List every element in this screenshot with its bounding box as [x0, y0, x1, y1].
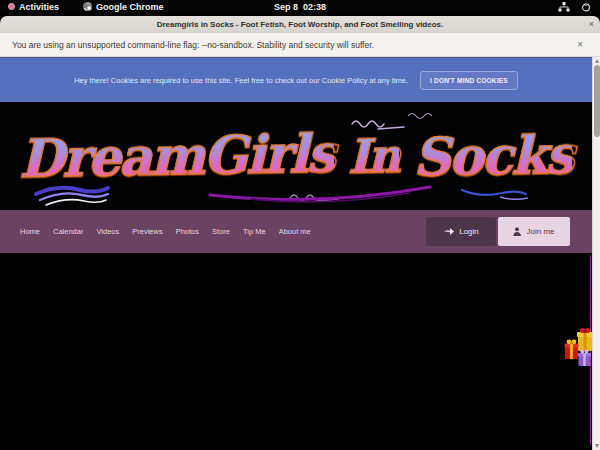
join-button[interactable]: Join me — [498, 217, 570, 246]
cookie-accept-button[interactable]: I DON'T MIND COOKIES — [420, 71, 518, 90]
nav-item-aboutme[interactable]: About me — [279, 227, 311, 236]
screen: Activities Google Chrome Sep 8 02:38 — [0, 0, 600, 450]
app-menu-label: Google Chrome — [96, 2, 164, 12]
site-logo[interactable]: DreamGirls In Socks — [0, 102, 592, 210]
chrome-infobar: You are using an unsupported command-lin… — [0, 33, 600, 57]
logo-word-dreamgirls: DreamGirls — [19, 127, 335, 184]
main-navigation: Home Calendar Videos Previews Photos Sto… — [0, 210, 592, 253]
scrollbar-thumb[interactable] — [594, 65, 600, 137]
nav-item-calendar[interactable]: Calendar — [53, 227, 83, 236]
join-label: Join me — [526, 227, 554, 236]
logo-word-socks: Socks — [413, 129, 573, 184]
nav-item-tipme[interactable]: Tip Me — [243, 227, 266, 236]
gnome-top-bar: Activities Google Chrome Sep 8 02:38 — [0, 0, 600, 13]
person-icon — [513, 227, 521, 236]
power-icon[interactable] — [581, 2, 591, 12]
webpage: Hey there! Cookies are required to use t… — [0, 57, 592, 450]
browser-viewport: Hey there! Cookies are required to use t… — [0, 57, 600, 450]
activities-button[interactable]: Activities — [8, 2, 59, 12]
scrollbar-down-arrow[interactable] — [593, 442, 600, 450]
network-tree-icon[interactable] — [558, 2, 570, 12]
window-close-icon[interactable]: × — [589, 19, 594, 29]
nav-item-videos[interactable]: Videos — [96, 227, 119, 236]
nav-item-home[interactable]: Home — [20, 227, 40, 236]
main-content-area — [0, 253, 592, 450]
activities-label: Activities — [19, 2, 59, 12]
infobar-close-icon[interactable]: × — [577, 39, 588, 50]
app-menu-google-chrome[interactable]: Google Chrome — [83, 2, 164, 12]
infobar-message: You are using an unsupported command-lin… — [12, 40, 374, 50]
cookie-message: Hey there! Cookies are required to use t… — [74, 76, 408, 85]
scrollbar-up-arrow[interactable] — [593, 57, 600, 65]
window-title-bar[interactable]: Dreamgirls in Socks - Foot Fetish, Foot … — [0, 16, 600, 33]
nav-item-previews[interactable]: Previews — [132, 227, 162, 236]
site-header: DreamGirls In Socks — [0, 102, 592, 210]
gift-boxes-icon[interactable] — [564, 323, 592, 373]
login-label: Login — [459, 227, 479, 236]
logo-word-in: In — [348, 133, 400, 180]
login-button[interactable]: Login — [426, 217, 496, 246]
chrome-icon — [83, 2, 92, 11]
cookie-banner: Hey there! Cookies are required to use t… — [0, 57, 592, 102]
login-arrow-icon — [443, 228, 454, 236]
nav-item-photos[interactable]: Photos — [176, 227, 199, 236]
page-scrollbar[interactable] — [592, 57, 600, 450]
window-title: Dreamgirls in Socks - Foot Fetish, Foot … — [157, 20, 444, 29]
activities-dot-icon — [8, 3, 15, 10]
nav-item-store[interactable]: Store — [212, 227, 230, 236]
